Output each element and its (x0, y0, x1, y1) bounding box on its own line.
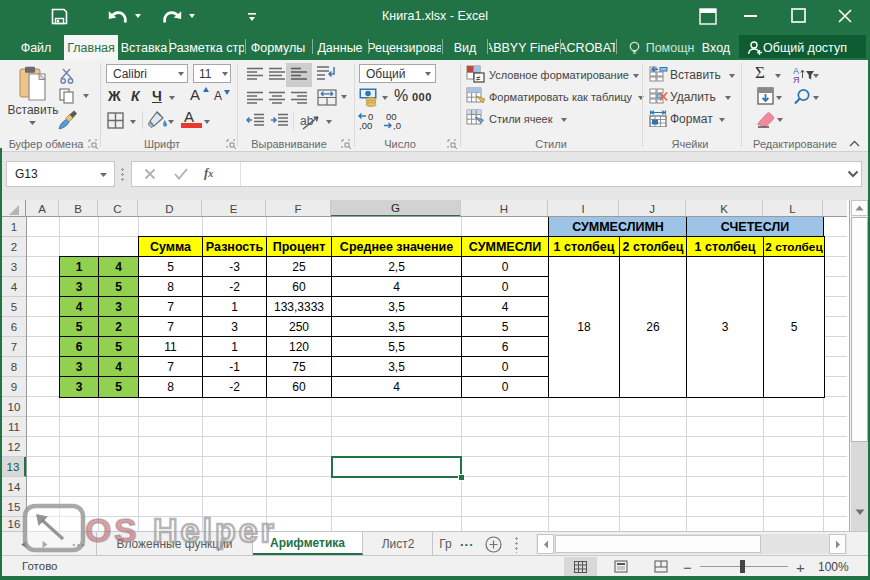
svg-text:,00: ,00 (359, 120, 372, 130)
svg-text:Я: Я (793, 75, 800, 84)
svg-text:Helper: Helper (153, 511, 277, 549)
svg-text:,0: ,0 (393, 120, 401, 130)
svg-text:OS: OS (85, 511, 139, 549)
svg-text:≠: ≠ (476, 74, 481, 83)
